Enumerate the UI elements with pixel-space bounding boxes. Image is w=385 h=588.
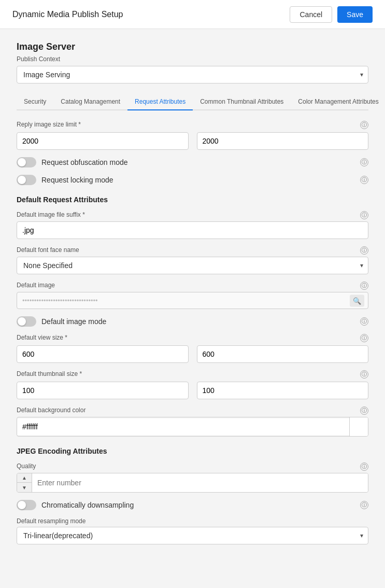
default-image-suffix-label: Default image file suffix * bbox=[17, 211, 85, 218]
chromatically-downsampling-info-icon[interactable]: ⓘ bbox=[360, 501, 368, 509]
obfuscation-info-icon[interactable]: ⓘ bbox=[360, 158, 368, 166]
quality-input-wrap: ▲ ▼ bbox=[17, 473, 368, 493]
default-font-face-select[interactable]: None Specified bbox=[17, 257, 368, 274]
request-locking-label: Request locking mode bbox=[41, 176, 113, 184]
tab-request[interactable]: Request Attributes bbox=[127, 94, 193, 110]
reply-image-size-row: Reply image size limit * ⓘ bbox=[17, 121, 368, 129]
toggle-knob-2 bbox=[18, 176, 26, 184]
save-button[interactable]: Save bbox=[337, 6, 373, 23]
default-image-info-icon[interactable]: ⓘ bbox=[360, 282, 368, 290]
default-thumbnail-size-info-icon[interactable]: ⓘ bbox=[360, 370, 368, 379]
quality-stepper-down[interactable]: ▼ bbox=[17, 483, 32, 492]
reply-image-size-input-2[interactable] bbox=[197, 132, 369, 150]
chromatically-downsampling-row: Chromatically downsampling ⓘ bbox=[17, 500, 368, 510]
default-view-size-input-1[interactable] bbox=[17, 345, 189, 363]
reply-image-size-label: Reply image size limit * bbox=[17, 121, 81, 128]
default-view-size-info-icon[interactable]: ⓘ bbox=[360, 334, 368, 342]
obfuscation-row: Request obfuscation mode ⓘ bbox=[17, 157, 368, 167]
default-resampling-label: Default resampling mode bbox=[17, 517, 85, 525]
default-image-mode-toggle-wrap: Default image mode bbox=[17, 316, 106, 327]
default-thumbnail-size-inputs bbox=[17, 382, 368, 399]
default-image-label: Default image bbox=[17, 282, 55, 289]
quality-label: Quality bbox=[17, 463, 36, 470]
default-view-size-label-row: Default view size * ⓘ bbox=[17, 334, 368, 342]
default-resampling-select[interactable]: Tri-linear(deprecated) bbox=[17, 527, 368, 544]
default-bg-color-input-wrap bbox=[17, 417, 368, 437]
toggle-knob-3 bbox=[18, 317, 26, 326]
publish-context-select[interactable]: Image Serving bbox=[17, 66, 368, 83]
request-locking-toggle[interactable] bbox=[17, 175, 36, 185]
locking-info-icon[interactable]: ⓘ bbox=[360, 176, 368, 184]
tabs-bar: Security Catalog Management Request Attr… bbox=[17, 94, 368, 110]
default-view-size-label: Default view size * bbox=[17, 334, 67, 341]
default-resampling-dropdown-wrap: Tri-linear(deprecated) ▾ bbox=[17, 527, 368, 544]
default-view-size-inputs bbox=[17, 345, 368, 363]
default-image-search-icon[interactable]: 🔍 bbox=[350, 295, 364, 306]
quality-stepper-up[interactable]: ▲ bbox=[17, 473, 32, 483]
default-image-mode-toggle[interactable] bbox=[17, 316, 36, 327]
default-image-suffix-info-icon[interactable]: ⓘ bbox=[360, 211, 368, 219]
default-image-input-wrap: 🔍 bbox=[17, 292, 368, 309]
default-bg-color-label: Default background color bbox=[17, 407, 85, 414]
tab-color[interactable]: Color Management Attributes bbox=[291, 94, 385, 110]
obfuscation-toggle-wrap: Request obfuscation mode bbox=[17, 157, 128, 167]
header-actions: Cancel Save bbox=[290, 6, 373, 23]
default-image-input[interactable] bbox=[17, 292, 368, 309]
default-request-section-heading: Default Request Attributes bbox=[17, 195, 368, 204]
default-bg-color-info-icon[interactable]: ⓘ bbox=[360, 407, 368, 415]
reply-image-size-input-1[interactable] bbox=[17, 132, 189, 150]
publish-context-label: Publish Context bbox=[17, 55, 368, 63]
default-bg-color-input[interactable] bbox=[17, 418, 349, 435]
request-obfuscation-toggle[interactable] bbox=[17, 157, 36, 167]
default-thumbnail-size-label-row: Default thumbnail size * ⓘ bbox=[17, 370, 368, 379]
default-view-size-input-2[interactable] bbox=[197, 345, 369, 363]
default-font-face-label: Default font face name bbox=[17, 246, 79, 254]
reply-image-size-info-icon[interactable]: ⓘ bbox=[360, 121, 368, 129]
quality-info-icon[interactable]: ⓘ bbox=[360, 463, 368, 471]
reply-image-size-inputs bbox=[17, 132, 368, 150]
page-title: Dynamic Media Publish Setup bbox=[12, 10, 123, 19]
tab-catalog[interactable]: Catalog Management bbox=[53, 94, 127, 110]
default-image-suffix-input[interactable] bbox=[17, 221, 368, 239]
jpeg-section-heading: JPEG Encoding Attributes bbox=[17, 447, 368, 455]
chromatically-downsampling-toggle[interactable] bbox=[17, 500, 36, 510]
cancel-button[interactable]: Cancel bbox=[290, 6, 332, 23]
default-font-face-info-icon[interactable]: ⓘ bbox=[360, 246, 368, 255]
section-title: Image Server bbox=[17, 41, 368, 52]
default-image-mode-info-icon[interactable]: ⓘ bbox=[360, 317, 368, 326]
color-swatch[interactable] bbox=[349, 417, 368, 436]
tab-security[interactable]: Security bbox=[17, 94, 53, 110]
toggle-knob-4 bbox=[18, 501, 26, 509]
quality-input[interactable] bbox=[32, 473, 368, 492]
locking-toggle-wrap: Request locking mode bbox=[17, 175, 113, 185]
default-bg-color-label-row: Default background color ⓘ bbox=[17, 407, 368, 415]
default-image-suffix-row: Default image file suffix * ⓘ bbox=[17, 211, 368, 219]
chromatically-downsampling-toggle-wrap: Chromatically downsampling bbox=[17, 500, 134, 510]
default-resampling-label-row: Default resampling mode bbox=[17, 517, 368, 525]
default-image-row: Default image ⓘ bbox=[17, 282, 368, 290]
default-image-mode-row: Default image mode ⓘ bbox=[17, 316, 368, 327]
toggle-knob bbox=[18, 158, 26, 166]
default-thumbnail-size-input-2[interactable] bbox=[197, 382, 369, 399]
locking-row: Request locking mode ⓘ bbox=[17, 175, 368, 185]
default-thumbnail-size-input-1[interactable] bbox=[17, 382, 189, 399]
main-content: Image Server Publish Context Image Servi… bbox=[0, 29, 385, 557]
header: Dynamic Media Publish Setup Cancel Save bbox=[0, 0, 385, 29]
chromatically-downsampling-label: Chromatically downsampling bbox=[41, 501, 134, 509]
request-obfuscation-label: Request obfuscation mode bbox=[41, 158, 128, 166]
default-font-face-row: Default font face name ⓘ bbox=[17, 246, 368, 255]
default-thumbnail-size-label: Default thumbnail size * bbox=[17, 370, 82, 377]
quality-label-row: Quality ⓘ bbox=[17, 463, 368, 471]
default-font-face-dropdown-wrap: None Specified ▾ bbox=[17, 257, 368, 274]
tab-thumbnail[interactable]: Common Thumbnail Attributes bbox=[193, 94, 291, 110]
quality-stepper: ▲ ▼ bbox=[17, 473, 32, 492]
default-image-mode-label: Default image mode bbox=[41, 317, 106, 326]
publish-context-dropdown-wrap: Image Serving ▾ bbox=[17, 66, 368, 83]
